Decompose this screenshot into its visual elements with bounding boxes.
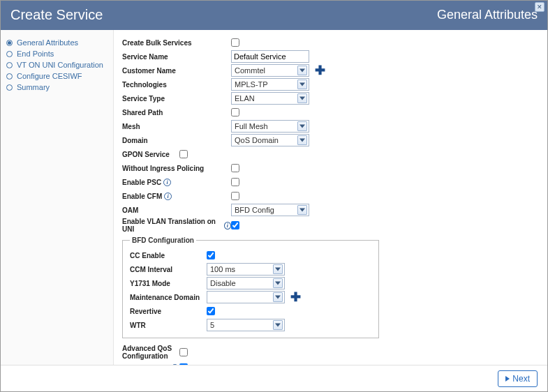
label-without-ingress: Without Ingress Policing [122,165,231,172]
row-wtr: WTR 5 [130,318,371,332]
checkbox-shared-path[interactable] [231,108,239,116]
chevron-down-icon [273,278,283,288]
info-icon[interactable]: i [171,364,179,365]
select-wtr[interactable]: 5 [207,319,285,331]
chevron-down-icon [297,205,307,215]
select-service-type[interactable]: ELAN [231,92,309,105]
label-mesh: Mesh [122,123,231,130]
select-value: ELAN [235,94,255,103]
sidebar-item-label: General Attributes [17,38,78,47]
chevron-down-icon [273,264,283,274]
checkbox-enable-vlan[interactable] [231,221,239,229]
row-maint-domain: Maintenance Domain ✚ [130,290,371,304]
sidebar-item-label: End Points [17,50,54,58]
checkbox-enable-psc[interactable] [231,178,239,186]
step-bullet-icon [6,40,13,46]
chevron-down-icon [297,93,307,103]
bfd-fieldset: BFD Configuration CC Enable CCM Interval… [122,236,379,338]
sidebar-item-end-points[interactable]: End Points [6,48,108,59]
label-ccm-interval: CCM Interval [130,266,207,273]
row-shared-path: Shared Path [122,105,532,119]
sidebar-item-label: VT ON UNI Configuration [17,61,103,69]
label-technologies: Technologies [122,81,231,89]
next-button[interactable]: Next [498,370,538,387]
sidebar-item-vt-on-uni[interactable]: VT ON UNI Configuration [6,59,108,70]
chevron-down-icon [297,121,307,131]
label-y1731: Y1731 Mode [130,280,207,287]
info-icon[interactable]: i [224,222,231,229]
checkbox-gpon[interactable] [179,150,188,158]
row-domain: Domain QoS Domain [122,133,532,147]
label-domain: Domain [122,137,231,144]
select-oam[interactable]: BFD Config [231,204,309,216]
row-mesh: Mesh Full Mesh [122,119,532,133]
row-enable-vlan: Enable VLAN Translation on UNI i [122,217,532,234]
row-technologies: Technologies MPLS-TP [122,77,532,91]
page-title: Create Service [10,7,103,23]
select-mesh[interactable]: Full Mesh [231,120,309,133]
select-maint-domain[interactable] [207,291,285,303]
checkbox-srlg[interactable] [179,363,188,365]
checkbox-enable-cfm[interactable] [231,192,239,200]
label-maint-domain: Maintenance Domain [130,294,207,301]
add-maint-domain-icon[interactable]: ✚ [290,291,301,303]
header-bar: Create Service General Attributes [1,1,547,30]
next-button-label: Next [512,374,530,384]
chevron-down-icon [273,320,283,330]
checkbox-create-bulk[interactable] [231,38,239,47]
label-enable-psc: Enable PSCi [122,179,231,186]
sidebar-item-label: Configure CESIWF [17,72,82,80]
chevron-down-icon [297,66,307,75]
label-enable-vlan: Enable VLAN Translation on UNI i [122,218,231,233]
select-value: BFD Config [235,206,274,214]
info-icon[interactable]: i [164,193,172,200]
label-service-type: Service Type [122,95,231,103]
select-domain[interactable]: QoS Domain [231,134,309,146]
wizard-sidebar: General Attributes End Points VT ON UNI … [1,30,114,365]
row-oam: OAM BFD Config [122,203,532,217]
select-value: 5 [210,321,214,329]
row-y1731: Y1731 Mode Disable [130,276,371,290]
select-customer-name[interactable]: Commtel [231,64,309,77]
sidebar-item-configure-cesiwf[interactable]: Configure CESIWF [6,70,108,82]
chevron-down-icon [297,80,307,89]
sidebar-item-general-attributes[interactable]: General Attributes [6,37,108,48]
label-shared-path: Shared Path [122,109,231,116]
label-wtr: WTR [130,322,207,329]
checkbox-advanced-qos[interactable] [179,348,188,356]
select-y1731[interactable]: Disable [207,277,285,289]
checkbox-without-ingress[interactable] [231,164,239,172]
select-value: Commtel [235,66,265,75]
step-bullet-icon [6,84,13,91]
select-value: Full Mesh [235,122,268,130]
checkbox-revertive[interactable] [207,307,215,315]
label-srlg: SRLG Disjoint i [122,364,179,365]
row-revertive: Revertive [130,304,371,318]
checkbox-cc-enable[interactable] [207,251,215,259]
close-icon[interactable]: ✕ [535,2,545,12]
sidebar-item-label: Summary [17,83,50,91]
label-customer-name: Customer Name [122,67,231,75]
arrow-right-icon [505,376,510,382]
bfd-legend: BFD Configuration [130,236,196,244]
step-bullet-icon [6,51,13,57]
row-enable-psc: Enable PSCi [122,175,532,189]
step-bullet-icon [6,62,13,68]
select-value: MPLS-TP [235,80,268,89]
select-technologies[interactable]: MPLS-TP [231,78,309,91]
row-cc-enable: CC Enable [130,248,371,262]
chevron-down-icon [273,292,283,302]
input-service-name[interactable] [231,50,309,63]
row-srlg: SRLG Disjoint i [122,361,532,365]
row-enable-cfm: Enable CFMi [122,189,532,203]
form-scroll-area[interactable]: Create Bulk Services Service Name Custom… [114,30,547,365]
add-customer-icon[interactable]: ✚ [315,64,325,77]
row-advanced-qos: Advanced QoS Configuration [122,344,532,361]
sidebar-item-summary[interactable]: Summary [6,82,108,93]
select-ccm-interval[interactable]: 100 ms [207,263,285,276]
label-create-bulk: Create Bulk Services [122,39,231,47]
label-oam: OAM [122,206,231,214]
label-enable-cfm: Enable CFMi [122,193,231,200]
label-advanced-qos: Advanced QoS Configuration [122,345,179,360]
info-icon[interactable]: i [163,179,171,186]
